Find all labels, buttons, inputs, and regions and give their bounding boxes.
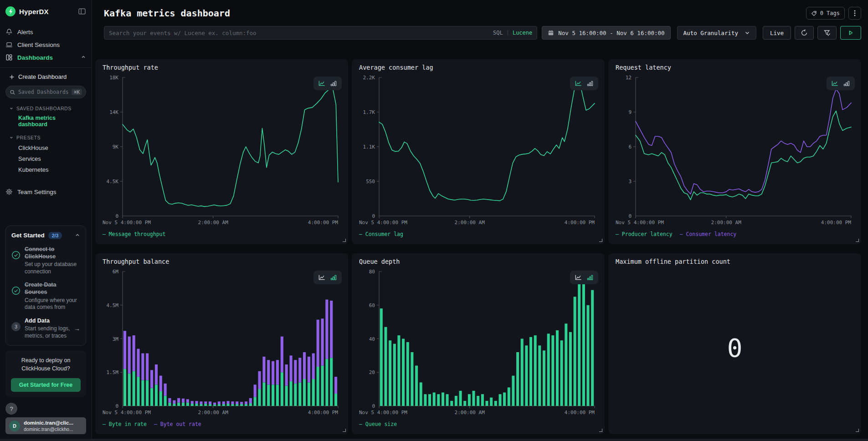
sidebar-collapse-icon[interactable] bbox=[78, 7, 86, 15]
bar-segment bbox=[276, 385, 279, 406]
bar-segment bbox=[182, 403, 185, 406]
legend-item[interactable]: — Consumer lag bbox=[359, 231, 403, 237]
sidebar-item-client-sessions[interactable]: Client Sessions bbox=[5, 38, 86, 51]
bar-segment bbox=[146, 354, 149, 380]
line-chart-toggle-icon[interactable] bbox=[575, 274, 582, 281]
sidebar-item-clickhouse[interactable]: ClickHouse bbox=[18, 144, 86, 151]
bar-segment bbox=[200, 401, 202, 404]
sidebar-nav: Alerts Client Sessions Dashboards bbox=[5, 26, 86, 64]
chevron-up-icon[interactable] bbox=[75, 231, 80, 240]
bar-segment bbox=[415, 366, 418, 406]
bar-segment bbox=[298, 382, 301, 406]
chevron-up-icon[interactable] bbox=[81, 54, 86, 61]
bar-segment bbox=[123, 331, 126, 369]
panel-offline-partition-count: Maximum offline partition count 0 bbox=[608, 253, 861, 434]
horizontal-scrollbar-track[interactable] bbox=[0, 439, 868, 441]
sql-mode-toggle[interactable]: SQL bbox=[493, 30, 503, 36]
line-chart-toggle-icon[interactable] bbox=[575, 80, 582, 87]
bar-segment bbox=[254, 397, 257, 406]
bar-segment bbox=[463, 401, 466, 406]
panel-resize-handle[interactable] bbox=[856, 239, 859, 242]
get-started-free-button[interactable]: Get Started for Free bbox=[11, 378, 81, 392]
chart-canvas: 05501.1K1.7K2.2KNov 5 4:00:00 PM2:00:00 … bbox=[358, 73, 598, 228]
refresh-button[interactable] bbox=[795, 26, 814, 40]
presets-section-header[interactable]: PRESETS bbox=[9, 135, 86, 140]
get-started-step-add-data[interactable]: 3 Add DataStart sending logs, metrics, o… bbox=[11, 318, 80, 340]
legend-item[interactable]: — Byte in rate bbox=[103, 421, 147, 427]
bar-segment bbox=[236, 401, 238, 404]
bar-segment bbox=[272, 361, 274, 385]
x-axis-label: 4:00:00 PM bbox=[565, 220, 595, 226]
line-chart-toggle-icon[interactable] bbox=[318, 274, 325, 281]
line-series bbox=[379, 82, 595, 200]
lucene-mode-toggle[interactable]: Lucene bbox=[513, 30, 532, 36]
bar-segment bbox=[150, 388, 153, 406]
panel-resize-handle[interactable] bbox=[599, 239, 602, 242]
panel-resize-handle[interactable] bbox=[599, 429, 602, 432]
sidebar-item-alerts[interactable]: Alerts bbox=[5, 26, 86, 38]
sidebar-item-dashboards[interactable]: Dashboards bbox=[5, 51, 86, 64]
bar-segment bbox=[290, 381, 293, 406]
sidebar-item-kafka-dashboard[interactable]: Kafka metrics dashboard bbox=[18, 115, 86, 128]
panel-consumer-lag: Average consumer lag 05501.1K1.7K2.2KNov… bbox=[352, 59, 605, 244]
progress-badge: 2/3 bbox=[48, 232, 62, 239]
bar-segment bbox=[240, 402, 243, 404]
bar-chart-toggle-icon[interactable] bbox=[330, 274, 337, 281]
granularity-select[interactable]: Auto Granularity bbox=[677, 26, 756, 40]
panel-resize-handle[interactable] bbox=[856, 429, 859, 432]
bar-segment bbox=[308, 357, 310, 383]
bar-segment bbox=[312, 379, 315, 406]
legend-item[interactable]: — Message throughput bbox=[103, 231, 165, 237]
run-query-button[interactable] bbox=[840, 26, 861, 40]
legend-item[interactable]: — Producer latency bbox=[616, 231, 673, 237]
legend-item[interactable]: — Byte out rate bbox=[154, 421, 201, 427]
step-desc: Configure where your data comes from bbox=[25, 297, 80, 311]
bar-segment bbox=[227, 401, 230, 404]
legend-item[interactable]: — Queue size bbox=[359, 421, 397, 427]
bar-segment bbox=[177, 398, 180, 403]
dashboards-icon bbox=[5, 54, 13, 61]
help-button[interactable]: ? bbox=[5, 403, 17, 415]
sidebar-item-team-settings[interactable]: Team Settings bbox=[5, 186, 86, 198]
event-search-input[interactable] bbox=[109, 30, 493, 36]
filter-button[interactable] bbox=[817, 26, 837, 40]
panel-title: Average consumer lag bbox=[358, 64, 598, 71]
bar-chart-toggle-icon[interactable] bbox=[586, 80, 594, 87]
line-chart-toggle-icon[interactable] bbox=[831, 80, 838, 87]
sidebar-item-kubernetes[interactable]: Kubernetes bbox=[18, 166, 86, 173]
bar-chart-toggle-icon[interactable] bbox=[330, 80, 337, 87]
create-dashboard-button[interactable]: Create Dashboard bbox=[9, 73, 86, 80]
user-menu[interactable]: D dominic.tran@clic... dominic.tran@clic… bbox=[5, 417, 86, 434]
bar-segment bbox=[186, 403, 189, 406]
bar-segment bbox=[547, 333, 550, 406]
bar-segment bbox=[227, 404, 230, 406]
bar-chart-toggle-icon[interactable] bbox=[843, 80, 850, 87]
bar-chart-toggle-icon[interactable] bbox=[586, 274, 594, 281]
get-started-step-sources[interactable]: Create Data SourcesConfigure where your … bbox=[11, 282, 80, 311]
bar-segment bbox=[254, 385, 257, 397]
event-search-box[interactable]: SQL | Lucene bbox=[104, 26, 537, 40]
panel-resize-handle[interactable] bbox=[343, 429, 346, 432]
arrow-right-icon: → bbox=[74, 325, 80, 332]
bar-segment bbox=[267, 385, 270, 406]
saved-dashboards-search-input[interactable]: Saved Dashboards ⌘K bbox=[5, 86, 86, 98]
chevron-down-icon bbox=[9, 106, 14, 111]
more-options-button[interactable] bbox=[848, 7, 861, 20]
user-email: dominic.tran@clickho... bbox=[24, 426, 73, 432]
chart-canvas: 01.5M3M4.5M6MNov 5 4:00:00 PM2:00:00 AM4… bbox=[102, 267, 342, 418]
refresh-icon bbox=[801, 29, 808, 36]
saved-dashboards-section-header[interactable]: SAVED DASHBOARDS bbox=[9, 106, 86, 111]
line-chart-toggle-icon[interactable] bbox=[318, 80, 325, 87]
x-axis-label: 4:00:00 PM bbox=[821, 220, 852, 226]
live-button[interactable]: Live bbox=[763, 26, 791, 40]
chart-queue-depth: 020406080Nov 5 4:00:00 PM2:00:00 AM4:00:… bbox=[358, 267, 598, 431]
panel-resize-handle[interactable] bbox=[343, 239, 346, 242]
granularity-value: Auto Granularity bbox=[683, 30, 738, 36]
legend-item[interactable]: — Consumer latency bbox=[680, 231, 737, 237]
sidebar-item-services[interactable]: Services bbox=[18, 155, 86, 162]
tags-button[interactable]: 0 Tags bbox=[806, 7, 845, 20]
time-range-picker[interactable]: Nov 5 16:00:00 - Nov 6 16:00:00 bbox=[542, 26, 670, 40]
bar-segment bbox=[538, 345, 541, 406]
chart-throughput-rate: 04.5K9K14K18KNov 5 4:00:00 PM2:00:00 AM4… bbox=[102, 73, 342, 241]
get-started-step-connect[interactable]: Connect to ClickHouseSet up your databas… bbox=[11, 246, 80, 275]
